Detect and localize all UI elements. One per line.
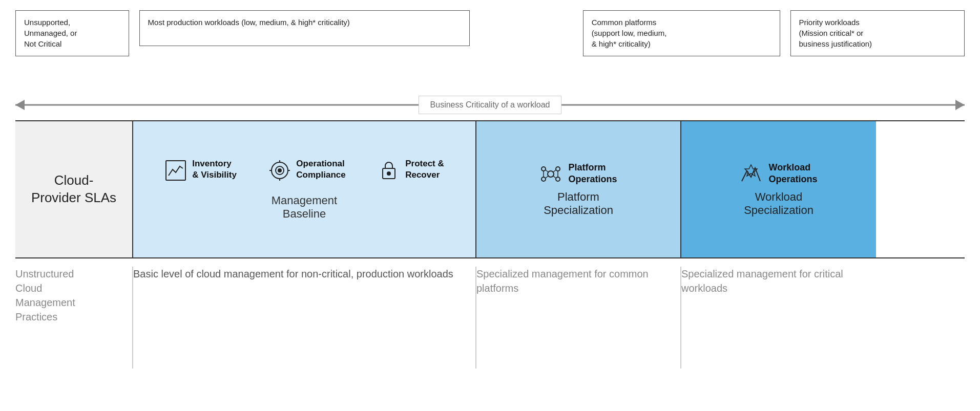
arrow-right-icon	[955, 100, 965, 110]
management-baseline-subtitle: Management Baseline	[272, 194, 337, 221]
svg-marker-21	[745, 165, 757, 176]
svg-point-7	[278, 169, 281, 172]
inventory-visibility-group: Inventory& Visibility	[164, 158, 237, 182]
bottom-row: Unstructured Cloud Management Practices …	[15, 258, 965, 369]
arrow-label: Business Criticality of a workload	[419, 96, 562, 114]
cloud-provider-col: Cloud- Provider SLAs	[15, 121, 133, 257]
workload-ops-group: WorkloadOperations	[740, 162, 817, 186]
bottom-basic-text: Basic level of cloud management for non-…	[133, 267, 465, 281]
bottom-platforms-text: Specialized management for common platfo…	[476, 267, 670, 295]
operational-label: OperationalCompliance	[296, 158, 345, 181]
workload-specialization-col: WorkloadOperations Workload Specializati…	[681, 121, 876, 257]
workload-ops-icon	[740, 163, 762, 185]
svg-line-18	[553, 176, 556, 178]
inventory-label: Inventory& Visibility	[192, 158, 237, 181]
bottom-col-unstructured: Unstructured Cloud Management Practices	[15, 267, 133, 369]
svg-point-12	[556, 167, 560, 171]
protect-icon	[378, 159, 400, 182]
arrow-label-text: Business Criticality of a workload	[430, 100, 550, 109]
middle-row: Cloud- Provider SLAs Inventory& Visibili…	[15, 120, 965, 258]
platform-ops-icon	[539, 163, 562, 185]
top-box-col3-text: Common platforms (support low, medium, &…	[592, 18, 667, 48]
top-box-col4: Priority workloads (Mission critical* or…	[790, 10, 965, 56]
svg-point-10	[548, 171, 554, 177]
bottom-col-basic: Basic level of cloud management for non-…	[133, 267, 476, 369]
bottom-col-platforms: Specialized management for common platfo…	[476, 267, 681, 369]
top-box-col2: Most production workloads (low, medium, …	[139, 10, 470, 46]
bottom-col-critical: Specialized management for critical work…	[681, 267, 876, 369]
protect-label: Protect &Recover	[405, 158, 444, 181]
arrow-left-icon	[15, 100, 25, 110]
protect-recover-group: Protect &Recover	[378, 158, 444, 182]
top-box-col3: Common platforms (support low, medium, &…	[583, 10, 781, 56]
management-baseline-icons: Inventory& Visibility OperationalComplia…	[149, 158, 460, 182]
top-box-col1-text: Unsupported, Unmanaged, or Not Critical	[24, 18, 77, 48]
inventory-icon	[164, 159, 187, 182]
svg-rect-0	[166, 161, 185, 180]
bottom-critical-text: Specialized management for critical work…	[681, 267, 866, 295]
top-box-col1: Unsupported, Unmanaged, or Not Critical	[15, 10, 129, 56]
management-baseline-col: Inventory& Visibility OperationalComplia…	[133, 121, 476, 257]
operational-icon	[268, 159, 291, 182]
cloud-provider-label: Cloud- Provider SLAs	[31, 172, 116, 207]
platform-ops-label: PlatformOperations	[568, 162, 617, 186]
svg-line-15	[546, 170, 549, 172]
platform-ops-group: PlatformOperations	[539, 162, 617, 186]
top-box-col4-text: Priority workloads (Mission critical* or…	[799, 18, 872, 48]
svg-point-11	[541, 167, 546, 171]
bottom-unstructured-text: Unstructured Cloud Management Practices	[15, 267, 122, 324]
main-container: Unsupported, Unmanaged, or Not Critical …	[0, 0, 980, 411]
svg-point-9	[387, 172, 390, 175]
workload-specialization-subtitle: Workload Specialization	[744, 190, 814, 217]
svg-line-17	[546, 176, 549, 178]
arrow-row: Business Criticality of a workload	[15, 90, 965, 120]
platform-specialization-col: PlatformOperations Platform Specializati…	[476, 121, 681, 257]
top-box-col2-text: Most production workloads (low, medium, …	[148, 18, 350, 27]
top-boxes-row: Unsupported, Unmanaged, or Not Critical …	[15, 10, 965, 90]
svg-point-13	[541, 177, 546, 181]
platform-specialization-subtitle: Platform Specialization	[544, 190, 613, 217]
svg-point-14	[556, 177, 560, 181]
workload-ops-label: WorkloadOperations	[768, 162, 817, 186]
operational-compliance-group: OperationalCompliance	[268, 158, 345, 182]
svg-line-16	[553, 170, 556, 172]
